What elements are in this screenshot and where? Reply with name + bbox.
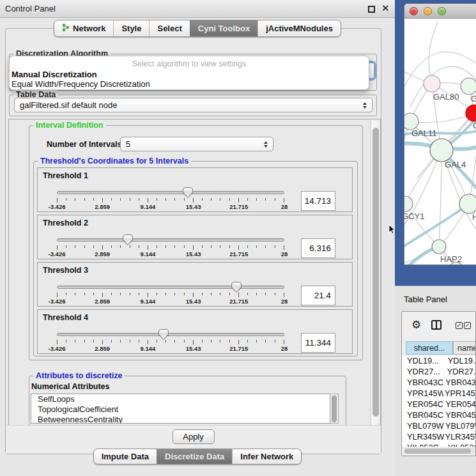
tick-mark xyxy=(174,245,175,248)
tick-mark xyxy=(247,198,248,201)
attribute-list-item[interactable]: TopologicalCoefficient xyxy=(31,404,330,415)
tab-discretize-data[interactable]: Discretize Data xyxy=(157,449,232,464)
tab-jactivemnodules[interactable]: jActiveMNodules xyxy=(257,20,341,36)
network-window: GAL80GACGAL11GAL4GCY1HHAP2 xyxy=(404,3,476,265)
scale-label: 15.43 xyxy=(186,250,201,257)
table-horizontal-scrollbar[interactable] xyxy=(404,448,475,454)
tick-mark xyxy=(275,245,275,248)
tick-mark xyxy=(57,293,58,297)
tick-mark xyxy=(165,198,166,201)
attribute-list-item[interactable]: BetweennessCentrality xyxy=(31,415,330,424)
network-node-h[interactable] xyxy=(459,194,476,213)
tick-mark xyxy=(120,340,121,342)
tick-mark xyxy=(284,198,284,203)
threshold-value-field[interactable]: 14.713 xyxy=(301,191,335,211)
tab-network[interactable]: Network xyxy=(54,20,113,36)
tick-mark xyxy=(256,198,257,201)
tab-infer-network[interactable]: Infer Network xyxy=(232,449,301,464)
tick-mark xyxy=(130,340,130,342)
node-label: GAL80 xyxy=(433,92,459,102)
cell-name: YPR145W xyxy=(443,388,476,399)
checkbox-icon[interactable]: ✓ xyxy=(464,322,471,329)
threshold-slider-track[interactable] xyxy=(57,238,284,242)
table-row[interactable]: YER054CYER054C xyxy=(402,399,476,410)
tab-impute-data[interactable]: Impute Data xyxy=(94,449,157,464)
threshold-slider-thumb[interactable] xyxy=(123,234,133,241)
table-row[interactable]: YBR045CYBR045C xyxy=(402,410,476,421)
gear-icon[interactable]: ⚙ xyxy=(411,318,421,332)
attributes-list-scrollbar[interactable] xyxy=(330,394,339,424)
table-row[interactable]: YDR27...YDR27... xyxy=(402,367,476,378)
threshold-slider-thumb[interactable] xyxy=(231,282,242,288)
top-tabbar: NetworkStyleSelectCyni ToolboxjActiveMNo… xyxy=(0,20,395,37)
tick-mark xyxy=(275,198,275,201)
tab-label: Network xyxy=(73,24,105,33)
algorithm-option-manual[interactable]: Manual Discretization xyxy=(12,70,97,79)
table-row[interactable]: YBL079WYBL079W xyxy=(402,421,476,432)
apply-button[interactable]: Apply xyxy=(173,429,215,444)
tab-style[interactable]: Style xyxy=(113,20,149,36)
threshold-slider-thumb[interactable] xyxy=(158,329,169,335)
network-canvas[interactable]: GAL80GACGAL11GAL4GCY1HHAP2 xyxy=(404,19,476,265)
table-rows: YDL19...YDL19...YDR27...YDR27...YBR043CY… xyxy=(402,356,476,447)
tab-select[interactable]: Select xyxy=(149,20,189,36)
table-row[interactable]: YLR345WYLR345W xyxy=(402,432,476,443)
tick-mark xyxy=(93,293,94,295)
float-window-icon[interactable] xyxy=(368,6,375,13)
tick-mark xyxy=(66,245,66,248)
table-row[interactable]: YBR043CYBR043C xyxy=(402,378,476,388)
algorithm-option-equal-width[interactable]: Equal Width/Frequency Discretization xyxy=(12,79,150,89)
scrollbar-thumb[interactable] xyxy=(332,395,337,422)
tick-mark xyxy=(84,245,85,248)
threshold-slider-track[interactable] xyxy=(57,191,284,194)
table-row[interactable]: YDL19...YDL19... xyxy=(402,356,476,367)
table-row[interactable]: YIL052CYIL052C xyxy=(402,443,476,447)
network-node-hap2[interactable] xyxy=(432,240,446,254)
checkbox-icon[interactable]: ✓ xyxy=(456,322,463,329)
node-label: GAL4 xyxy=(445,160,466,169)
minimize-traffic-light-icon[interactable] xyxy=(424,7,432,15)
network-node-gal4[interactable] xyxy=(430,139,453,162)
threshold-value-field[interactable]: 21.4 xyxy=(301,286,335,305)
tab-label: Cyni Toolbox xyxy=(198,24,250,33)
tick-mark xyxy=(202,293,203,295)
network-node-gal80[interactable] xyxy=(424,75,440,92)
scale-label: -3.426 xyxy=(49,298,66,305)
tab-label: Discretize Data xyxy=(165,452,224,461)
threshold-value-field[interactable]: 11.344 xyxy=(301,333,335,353)
slider-scale-labels: -3.4262.8599.14415.4321.71528 xyxy=(57,250,284,258)
settings-vertical-scrollbar[interactable] xyxy=(371,120,380,445)
network-edge[interactable] xyxy=(439,150,441,247)
scale-label: 9.144 xyxy=(141,345,156,352)
scrollbar-thumb[interactable] xyxy=(372,128,379,417)
column-header-shared-name[interactable]: shared... xyxy=(406,341,453,355)
network-edge[interactable] xyxy=(410,113,474,123)
column-layout-icon[interactable] xyxy=(431,320,441,330)
network-node-gcy1[interactable] xyxy=(404,196,413,211)
zoom-traffic-light-icon[interactable] xyxy=(438,7,446,15)
number-of-intervals-label: Number of Intervals xyxy=(47,140,121,149)
slider-ticks xyxy=(57,198,284,203)
threshold-slider-track[interactable] xyxy=(57,286,284,289)
tick-mark xyxy=(193,245,194,250)
close-icon[interactable]: ✕ xyxy=(381,3,390,14)
threshold-slider-thumb[interactable] xyxy=(183,187,193,194)
scrollbar-thumb[interactable] xyxy=(404,449,471,454)
tab-cyni-toolbox[interactable]: Cyni Toolbox xyxy=(190,20,257,36)
threshold-value-field[interactable]: 6.316 xyxy=(301,238,335,258)
attribute-list-item[interactable]: SelfLoops xyxy=(31,394,330,404)
close-traffic-light-icon[interactable] xyxy=(410,7,418,15)
table-panel-title: Table Panel xyxy=(404,295,447,304)
slider-scale-labels: -3.4262.8599.14415.4321.71528 xyxy=(57,298,284,305)
network-node-ga[interactable] xyxy=(461,78,476,95)
scale-label: 2.859 xyxy=(95,345,110,352)
network-edge[interactable] xyxy=(405,204,439,247)
cell-shared-name: YBL079W xyxy=(402,421,444,432)
column-header-name[interactable]: name xyxy=(453,341,476,355)
table-data-combobox[interactable]: galFiltered.sif default node xyxy=(14,98,372,112)
threshold-slider-track[interactable] xyxy=(57,333,284,336)
number-of-intervals-combobox[interactable]: 5 xyxy=(120,137,273,151)
network-node-gal11[interactable] xyxy=(404,113,418,130)
table-row[interactable]: YPR145WYPR145W xyxy=(402,388,476,399)
tick-mark xyxy=(202,245,203,248)
